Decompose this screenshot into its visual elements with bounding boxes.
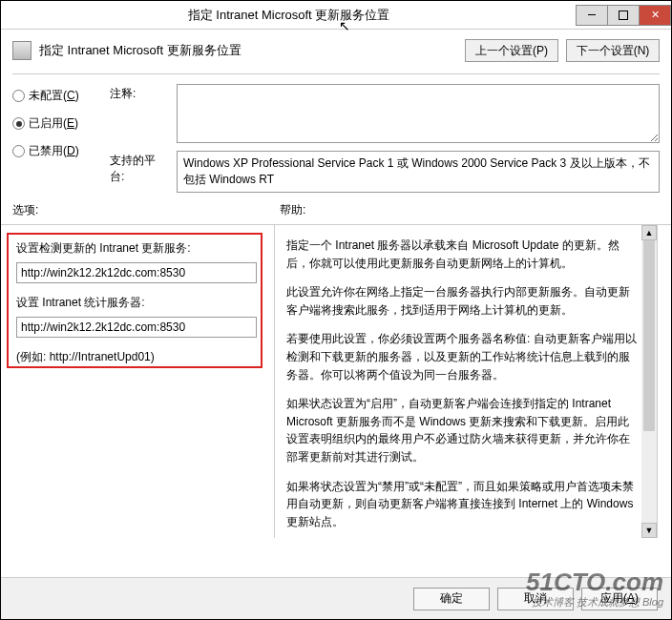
- help-paragraph: 指定一个 Intranet 服务器以承载来自 Microsoft Update …: [286, 237, 638, 272]
- help-paragraph: 此设置允许你在网络上指定一台服务器执行内部更新服务。自动更新客户端将搜索此服务，…: [286, 283, 638, 319]
- scroll-thumb[interactable]: [643, 240, 655, 431]
- help-pane: 指定一个 Intranet 服务器以承载来自 Microsoft Update …: [274, 225, 658, 538]
- update-service-label: 设置检测更新的 Intranet 更新服务:: [16, 240, 274, 257]
- scroll-up-icon[interactable]: ▲: [641, 225, 657, 240]
- policy-icon: [12, 41, 32, 60]
- help-text: 指定一个 Intranet 服务器以承载来自 Microsoft Update …: [275, 225, 657, 538]
- help-header: 帮助:: [280, 202, 305, 218]
- policy-title: 指定 Intranet Microsoft 更新服务位置: [39, 42, 242, 59]
- minimize-button[interactable]: [576, 5, 608, 26]
- apply-button[interactable]: 应用(A): [581, 588, 658, 610]
- window-caption-buttons: [577, 5, 671, 26]
- options-header: 选项:: [12, 202, 280, 218]
- radio-disabled[interactable]: 已禁用(D): [12, 143, 100, 159]
- platform-text: Windows XP Professional Service Pack 1 或…: [177, 151, 660, 193]
- scroll-track[interactable]: [641, 240, 657, 523]
- close-button[interactable]: [639, 5, 671, 26]
- scroll-down-icon[interactable]: ▼: [641, 523, 657, 538]
- maximize-button[interactable]: [607, 5, 640, 26]
- radio-icon: [12, 145, 25, 157]
- example-text: (例如: http://IntranetUpd01): [16, 349, 274, 365]
- comment-textarea[interactable]: [177, 84, 660, 143]
- divider: [12, 73, 660, 74]
- cancel-button[interactable]: 取消: [497, 588, 574, 610]
- radio-icon: [12, 90, 25, 102]
- next-setting-button[interactable]: 下一个设置(N): [566, 39, 660, 62]
- dialog-footer: 确定 取消 应用(A): [1, 577, 671, 619]
- window-title: 指定 Intranet Microsoft 更新服务位置: [1, 7, 577, 24]
- comment-label: 注释:: [110, 84, 169, 143]
- previous-setting-button[interactable]: 上一个设置(P): [465, 39, 558, 62]
- section-headers: 选项: 帮助:: [1, 200, 671, 225]
- radio-enabled[interactable]: 已启用(E): [12, 115, 100, 132]
- radio-not-configured[interactable]: 未配置(C): [12, 88, 100, 104]
- options-pane: 设置检测更新的 Intranet 更新服务: 设置 Intranet 统计服务器…: [1, 225, 274, 538]
- platform-label: 支持的平台:: [110, 151, 169, 193]
- stats-server-input[interactable]: [16, 317, 257, 338]
- help-paragraph: 如果状态设置为“启用”，自动更新客户端会连接到指定的 Intranet Micr…: [286, 395, 638, 465]
- help-paragraph: 若要使用此设置，你必须设置两个服务器名称值: 自动更新客户端用以检测和下载更新的…: [286, 330, 638, 383]
- help-scrollbar[interactable]: ▲ ▼: [641, 225, 657, 538]
- ok-button[interactable]: 确定: [413, 588, 490, 610]
- stats-server-label: 设置 Intranet 统计服务器:: [16, 295, 274, 311]
- header-row: 指定 Intranet Microsoft 更新服务位置 上一个设置(P) 下一…: [1, 30, 671, 68]
- titlebar: 指定 Intranet Microsoft 更新服务位置: [1, 1, 671, 30]
- help-paragraph: 如果将状态设置为“禁用”或“未配置”，而且如果策略或用户首选项未禁用自动更新，则…: [286, 478, 638, 531]
- state-radio-group: 未配置(C) 已启用(E) 已禁用(D): [12, 84, 100, 193]
- radio-icon: [12, 117, 25, 130]
- update-service-input[interactable]: [16, 262, 257, 283]
